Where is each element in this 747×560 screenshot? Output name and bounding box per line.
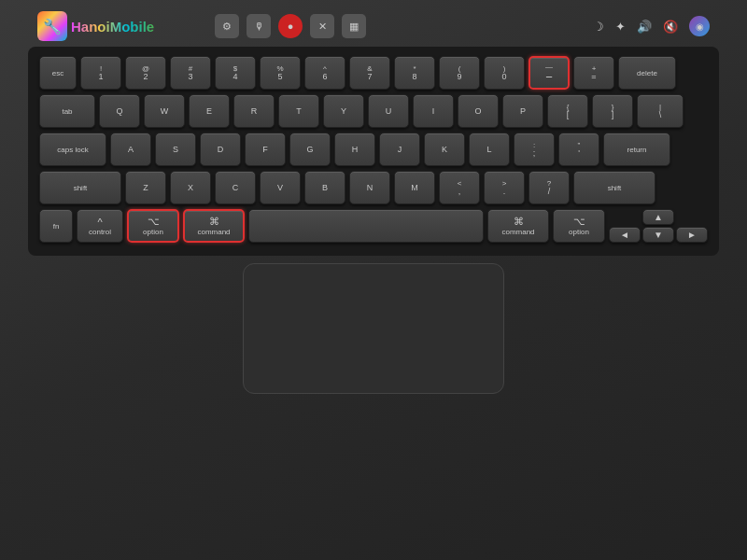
- tb-icon-gear[interactable]: ⚙: [215, 14, 239, 38]
- arrow-down-key[interactable]: ▼: [642, 227, 674, 243]
- key-i[interactable]: I: [413, 94, 454, 128]
- key-5[interactable]: %5: [260, 56, 301, 90]
- number-row: esc !1 @2 #3 $4 %5 ^6 &7 *8 (9 )0 —− += …: [39, 56, 708, 90]
- key-v[interactable]: V: [260, 171, 301, 204]
- logo-text: HanoiMobile: [71, 19, 154, 35]
- key-q[interactable]: Q: [99, 94, 140, 128]
- key-w[interactable]: W: [144, 94, 185, 128]
- shift-left-key[interactable]: shift: [39, 171, 121, 204]
- delete-key[interactable]: delete: [618, 56, 676, 90]
- key-open-bracket[interactable]: {[: [547, 94, 588, 128]
- key-0[interactable]: )0: [484, 56, 525, 90]
- arrow-left-key[interactable]: ◄: [609, 227, 641, 243]
- trackpad[interactable]: [243, 263, 504, 394]
- tb-icon-rec[interactable]: ●: [278, 14, 303, 38]
- key-x[interactable]: X: [170, 171, 211, 204]
- key-j[interactable]: J: [379, 133, 420, 166]
- key-g[interactable]: G: [289, 133, 331, 166]
- top-bar-right: ☽ ✦ 🔊 🔇 ◉: [593, 16, 710, 36]
- key-t[interactable]: T: [278, 94, 319, 128]
- key-6[interactable]: ^6: [304, 56, 345, 90]
- key-m[interactable]: M: [394, 171, 435, 204]
- key-u[interactable]: U: [368, 94, 409, 128]
- key-l[interactable]: L: [469, 133, 510, 166]
- tab-key[interactable]: tab: [39, 94, 95, 128]
- qwerty-row: tab Q W E R T Y U I O P {[ }] |\: [39, 94, 708, 128]
- command-left-key[interactable]: ⌘command: [183, 209, 245, 243]
- key-quote[interactable]: "': [558, 133, 599, 166]
- key-period[interactable]: >.: [484, 171, 525, 204]
- logo-icon: 🔧: [37, 11, 67, 41]
- tb-icon-mic[interactable]: 🎙: [247, 14, 271, 38]
- key-d[interactable]: D: [200, 133, 241, 166]
- key-slash[interactable]: ?/: [529, 171, 570, 204]
- key-c[interactable]: C: [215, 171, 256, 204]
- option-right-key[interactable]: ⌥option: [553, 209, 605, 243]
- key-z[interactable]: Z: [125, 171, 166, 204]
- key-7[interactable]: &7: [349, 56, 390, 90]
- key-y[interactable]: Y: [323, 94, 364, 128]
- key-4[interactable]: $4: [215, 56, 256, 90]
- arrow-keys: ▲ ◄ ▼ ►: [609, 209, 708, 243]
- key-9[interactable]: (9: [439, 56, 480, 90]
- command-right-key[interactable]: ⌘command: [487, 209, 549, 243]
- key-comma[interactable]: <,: [439, 171, 480, 204]
- laptop-container: 🔧 HanoiMobile ⚙ 🎙 ● ✕ ▦ ☽ ✦ 🔊 🔇 ◉ esc !1…: [0, 0, 747, 560]
- arrow-right-key[interactable]: ►: [676, 227, 708, 243]
- key-f[interactable]: F: [245, 133, 286, 166]
- zxcv-row: shift Z X C V B N M <, >. ?/ shift: [39, 171, 708, 204]
- moon-icon: ☽: [593, 20, 604, 34]
- space-key[interactable]: [248, 209, 484, 243]
- equals-key[interactable]: +=: [573, 56, 614, 90]
- asdf-row: caps lock A S D F G H J K L :; "' return: [39, 133, 708, 166]
- key-o[interactable]: O: [458, 94, 499, 128]
- return-key[interactable]: return: [603, 133, 670, 166]
- brightness-icon: ✦: [615, 20, 626, 34]
- key-r[interactable]: R: [233, 94, 275, 128]
- tb-icon-grid[interactable]: ▦: [342, 14, 366, 38]
- key-close-bracket[interactable]: }]: [592, 94, 633, 128]
- option-key[interactable]: ⌥option: [127, 209, 179, 243]
- control-key[interactable]: ^control: [77, 209, 123, 243]
- key-8[interactable]: *8: [394, 56, 435, 90]
- caps-lock-key[interactable]: caps lock: [39, 133, 106, 166]
- shift-right-key[interactable]: shift: [573, 171, 655, 204]
- key-e[interactable]: E: [189, 94, 230, 128]
- key-h[interactable]: H: [334, 133, 375, 166]
- fn-key[interactable]: fn: [39, 209, 73, 243]
- key-p[interactable]: P: [502, 94, 543, 128]
- key-backslash[interactable]: |\: [637, 94, 684, 128]
- esc-key[interactable]: esc: [39, 56, 77, 90]
- top-bar-icons: ⚙ 🎙 ● ✕ ▦: [215, 14, 366, 38]
- logo-area: 🔧 HanoiMobile: [37, 11, 154, 41]
- keyboard-area: esc !1 @2 #3 $4 %5 ^6 &7 *8 (9 )0 —− += …: [28, 47, 719, 256]
- key-3[interactable]: #3: [170, 56, 211, 90]
- bottom-row: fn ^control ⌥option ⌘command ⌘command ⌥o…: [39, 209, 708, 243]
- top-bar: 🔧 HanoiMobile ⚙ 🎙 ● ✕ ▦ ☽ ✦ 🔊 🔇 ◉: [28, 9, 719, 43]
- minus-key[interactable]: —−: [529, 56, 570, 90]
- arrow-up-key[interactable]: ▲: [642, 209, 674, 225]
- key-b[interactable]: B: [304, 171, 345, 204]
- key-n[interactable]: N: [349, 171, 390, 204]
- key-a[interactable]: A: [110, 133, 151, 166]
- key-1[interactable]: !1: [80, 56, 121, 90]
- volume-icon: 🔊: [637, 20, 652, 34]
- key-semicolon[interactable]: :;: [514, 133, 555, 166]
- siri-icon: ◉: [689, 16, 710, 36]
- mute-icon: 🔇: [663, 20, 678, 34]
- key-k[interactable]: K: [424, 133, 465, 166]
- tb-icon-x[interactable]: ✕: [310, 14, 334, 38]
- key-s[interactable]: S: [155, 133, 196, 166]
- key-2[interactable]: @2: [125, 56, 166, 90]
